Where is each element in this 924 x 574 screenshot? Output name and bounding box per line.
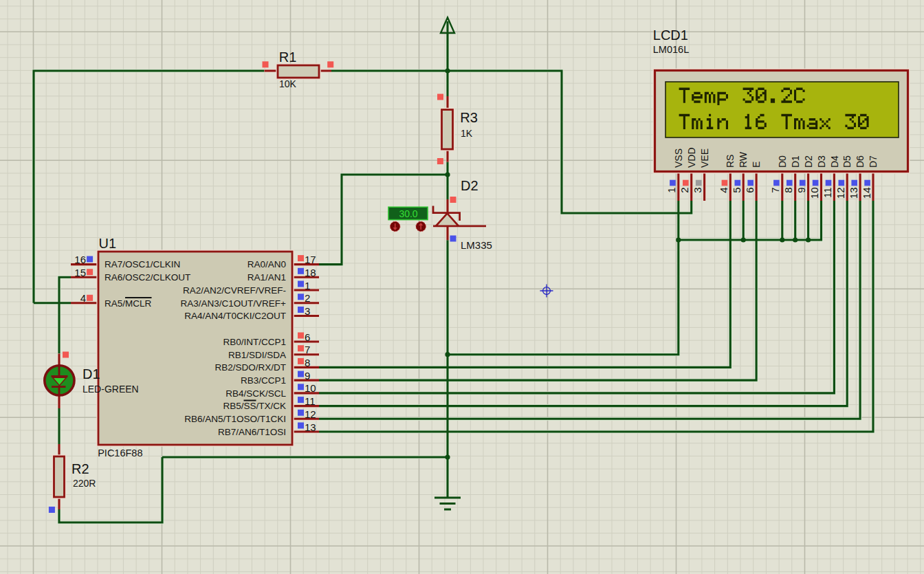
svg-text:3: 3 — [305, 305, 310, 317]
svg-text:D5: D5 — [842, 155, 852, 168]
svg-text:13: 13 — [305, 421, 316, 433]
svg-text:RB5/SS/TX/CK: RB5/SS/TX/CK — [223, 401, 286, 411]
svg-text:11: 11 — [822, 188, 833, 199]
svg-text:10: 10 — [305, 382, 316, 394]
svg-text:VEE: VEE — [699, 148, 710, 168]
svg-text:7: 7 — [769, 188, 781, 193]
svg-text:RB2/SDO/RX/DT: RB2/SDO/RX/DT — [214, 362, 286, 373]
svg-text:D4: D4 — [829, 155, 840, 168]
svg-text:12: 12 — [835, 188, 846, 199]
svg-text:10: 10 — [808, 188, 820, 199]
svg-text:RA5/MCLR: RA5/MCLR — [104, 298, 152, 309]
svg-text:RB7/AN6/T1OSI: RB7/AN6/T1OSI — [218, 427, 286, 437]
svg-text:30.0: 30.0 — [399, 208, 417, 219]
svg-text:D1: D1 — [790, 155, 801, 168]
svg-text:D2: D2 — [803, 155, 814, 168]
svg-text:RB4/SCK/SCL: RB4/SCK/SCL — [226, 388, 286, 399]
svg-text:220R: 220R — [73, 478, 96, 489]
svg-text:R2: R2 — [72, 461, 89, 476]
svg-text:VSS: VSS — [673, 148, 684, 168]
svg-text:9: 9 — [795, 188, 807, 193]
svg-text:1K: 1K — [461, 128, 473, 139]
svg-text:RA3/AN3/C1OUT/VREF+: RA3/AN3/C1OUT/VREF+ — [181, 298, 287, 309]
svg-text:3: 3 — [692, 188, 703, 193]
svg-text:2: 2 — [679, 188, 690, 193]
svg-text:RS: RS — [725, 155, 736, 168]
svg-text:U1: U1 — [99, 236, 117, 251]
svg-text:PIC16F88: PIC16F88 — [98, 448, 142, 459]
svg-text:1: 1 — [305, 280, 310, 291]
svg-text:6: 6 — [744, 188, 756, 193]
svg-text:14: 14 — [861, 188, 872, 199]
svg-text:RW: RW — [738, 151, 749, 168]
svg-text:17: 17 — [305, 254, 316, 265]
svg-text:18: 18 — [305, 267, 316, 278]
svg-text:11: 11 — [305, 395, 316, 407]
svg-text:LM016L: LM016L — [653, 44, 689, 55]
svg-text:LM335: LM335 — [461, 239, 492, 251]
svg-text:D0: D0 — [777, 155, 788, 168]
svg-text:13: 13 — [848, 188, 859, 199]
svg-text:E: E — [751, 162, 762, 168]
svg-text:12: 12 — [305, 408, 316, 420]
svg-text:RB1/SDI/SDA: RB1/SDI/SDA — [228, 350, 286, 360]
svg-text:R1: R1 — [279, 49, 297, 65]
svg-text:RA2/AN2/CVREF/VREF-: RA2/AN2/CVREF/VREF- — [183, 285, 286, 296]
svg-text:LED-GREEN: LED-GREEN — [82, 384, 139, 395]
svg-text:4: 4 — [718, 188, 729, 193]
svg-text:16: 16 — [74, 254, 86, 265]
svg-text:7: 7 — [305, 344, 310, 355]
svg-text:D1: D1 — [82, 366, 100, 382]
svg-text:15: 15 — [74, 267, 86, 278]
svg-text:2: 2 — [305, 292, 310, 304]
svg-text:4: 4 — [80, 292, 86, 304]
svg-text:D7: D7 — [868, 155, 879, 168]
svg-text:R3: R3 — [460, 110, 478, 125]
svg-text:1: 1 — [666, 188, 677, 193]
svg-text:9: 9 — [305, 370, 310, 382]
svg-text:D6: D6 — [855, 155, 866, 168]
svg-text:LCD1: LCD1 — [653, 27, 688, 43]
svg-text:RA7/OSC1/CLKIN: RA7/OSC1/CLKIN — [104, 259, 180, 269]
svg-text:RA0/AN0: RA0/AN0 — [248, 259, 286, 269]
svg-text:10K: 10K — [279, 78, 297, 89]
svg-text:8: 8 — [305, 357, 310, 368]
svg-text:RA6/OSC2/CLKOUT: RA6/OSC2/CLKOUT — [104, 272, 190, 283]
svg-text:RB6/AN5/T1OSO/T1CKI: RB6/AN5/T1OSO/T1CKI — [184, 414, 286, 424]
svg-text:RA1/AN1: RA1/AN1 — [248, 272, 286, 283]
svg-text:6: 6 — [305, 331, 310, 343]
svg-text:D2: D2 — [461, 178, 478, 193]
svg-text:D3: D3 — [816, 155, 827, 168]
svg-text:8: 8 — [782, 188, 794, 193]
svg-text:RA4/AN4/T0CKI/C2OUT: RA4/AN4/T0CKI/C2OUT — [184, 311, 286, 321]
svg-text:VDD: VDD — [686, 147, 697, 168]
svg-text:RB0/INT/CCP1: RB0/INT/CCP1 — [223, 337, 286, 347]
svg-text:5: 5 — [731, 188, 742, 193]
svg-text:RB3/CCP1: RB3/CCP1 — [241, 375, 286, 386]
